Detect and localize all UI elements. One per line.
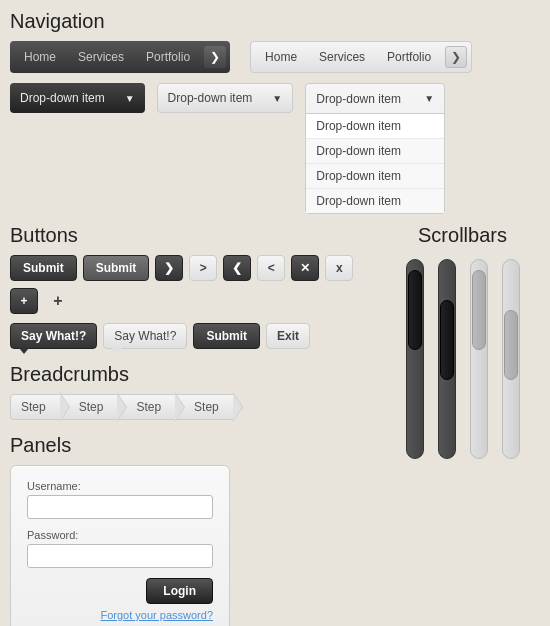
dropdown-light-arrow: ▼ [272,93,282,104]
buttons-row-2: Say What!? Say What!? Submit Exit [10,323,385,349]
dropdown-open-menu: Drop-down item Drop-down item Drop-down … [306,114,444,213]
scrollbar-thumb-light-2[interactable] [504,310,518,380]
nav-bar-light[interactable]: Home Services Portfolio ❯ [250,41,472,73]
dropdown-menu-item-0[interactable]: Drop-down item [306,114,444,139]
dropdown-open-arrow: ▼ [424,93,434,104]
dropdown-open-header[interactable]: Drop-down item ▼ [306,84,444,114]
plus-plain-button[interactable]: + [44,287,72,315]
breadcrumb-row: Step Step Step Step [10,394,385,420]
scrollbar-dark-1[interactable] [406,259,424,459]
nav-home-dark[interactable]: Home [14,44,66,70]
dropdown-open-label: Drop-down item [316,92,401,106]
panels-title: Panels [10,434,385,457]
say-what-light-button[interactable]: Say What!? [103,323,187,349]
main-layout: Buttons Submit Submit ❯ > ❮ < ✕ x + + Sa… [10,224,540,626]
navigation-title: Navigation [10,10,540,33]
arrow-left-light-button[interactable]: < [257,255,285,281]
login-panel: Username: Password: Login Forgot your pa… [10,465,230,626]
plus-bold-button[interactable]: + [10,288,38,314]
buttons-row-1: Submit Submit ❯ > ❮ < ✕ x + + [10,255,385,315]
nav-arrow-dark[interactable]: ❯ [204,46,226,68]
login-button[interactable]: Login [146,578,213,604]
panels-section: Panels Username: Password: Login Forgot … [10,434,385,626]
navigation-section: Navigation Home Services Portfolio ❯ Hom… [10,10,540,214]
scrollbar-light-1[interactable] [470,259,488,459]
nav-portfolio-dark[interactable]: Portfolio [136,44,200,70]
dropdown-menu-item-3[interactable]: Drop-down item [306,189,444,213]
close-bold-button[interactable]: ✕ [291,255,319,281]
scrollbar-dark-2[interactable] [438,259,456,459]
username-label: Username: [27,480,213,492]
breadcrumbs-section: Breadcrumbs Step Step Step Step [10,363,385,420]
scrollbar-thumb-light-1[interactable] [472,270,486,350]
nav-home-light[interactable]: Home [255,44,307,70]
password-label: Password: [27,529,213,541]
submit-button-dark2[interactable]: Submit [83,255,150,281]
dropdown-light-label: Drop-down item [168,91,253,105]
submit-button-dark[interactable]: Submit [10,255,77,281]
username-input[interactable] [27,495,213,519]
left-column: Buttons Submit Submit ❯ > ❮ < ✕ x + + Sa… [10,224,385,626]
scrollbars-title: Scrollbars [385,224,540,247]
close-light-button[interactable]: x [325,255,353,281]
breadcrumb-step-0[interactable]: Step [10,394,61,420]
arrow-right-bold-button[interactable]: ❯ [155,255,183,281]
nav-services-light[interactable]: Services [309,44,375,70]
arrow-right-light-button[interactable]: > [189,255,217,281]
dropdown-open[interactable]: Drop-down item ▼ Drop-down item Drop-dow… [305,83,445,214]
breadcrumbs-title: Breadcrumbs [10,363,385,386]
arrow-left-bold-button[interactable]: ❮ [223,255,251,281]
nav-arrow-light[interactable]: ❯ [445,46,467,68]
right-column: Scrollbars [385,224,540,626]
scrollbar-light-2[interactable] [502,259,520,459]
dropdown-light[interactable]: Drop-down item ▼ [157,83,294,113]
scrollbar-thumb-dark-1[interactable] [408,270,422,350]
scrollbar-thumb-dark-2[interactable] [440,300,454,380]
dropdown-menu-item-1[interactable]: Drop-down item [306,139,444,164]
submit-bubble-button[interactable]: Submit [193,323,260,349]
buttons-title: Buttons [10,224,385,247]
dropdown-dark[interactable]: Drop-down item ▼ [10,83,145,113]
password-input[interactable] [27,544,213,568]
dropdown-menu-item-2[interactable]: Drop-down item [306,164,444,189]
exit-button[interactable]: Exit [266,323,310,349]
scrollbars-row [385,259,540,459]
dropdown-dark-label: Drop-down item [20,91,105,105]
nav-services-dark[interactable]: Services [68,44,134,70]
forgot-password-link[interactable]: Forgot your password? [27,609,213,621]
dropdown-dark-arrow: ▼ [125,93,135,104]
nav-bars-row: Home Services Portfolio ❯ Home Services … [10,41,540,73]
nav-bar-dark[interactable]: Home Services Portfolio ❯ [10,41,230,73]
buttons-section: Buttons Submit Submit ❯ > ❮ < ✕ x + + Sa… [10,224,385,349]
dropdowns-row: Drop-down item ▼ Drop-down item ▼ Drop-d… [10,83,540,214]
nav-portfolio-light[interactable]: Portfolio [377,44,441,70]
say-what-dark-button[interactable]: Say What!? [10,323,97,349]
